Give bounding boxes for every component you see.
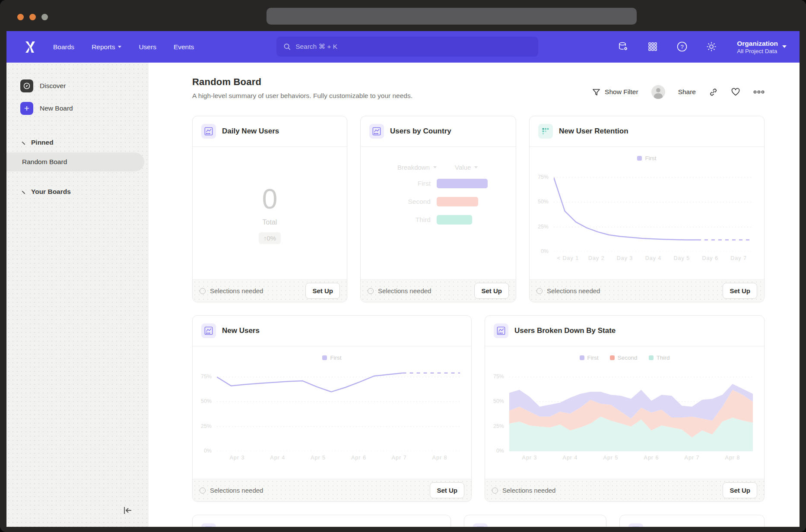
traffic-light-zoom[interactable] [41,14,48,20]
set-up-button[interactable]: Set Up [723,482,757,498]
card-stacked-line-graph: Stacked Line Graph [192,515,451,527]
favorite-button[interactable] [731,88,740,96]
country-bar [437,179,488,188]
y-axis-tick: 75% [201,374,212,380]
legend-item[interactable]: Third [649,355,670,361]
legend-swatch-icon [610,355,615,360]
y-axis-tick: 75% [538,174,549,180]
sidebar-section-your-boards[interactable]: Your Boards [6,184,149,199]
more-options-button[interactable] [753,90,765,94]
new-users-chart: First 75%50%25%0% Apr 3Apr 4Apr 5Apr 6Ap… [193,353,471,461]
nav-item-users[interactable]: Users [139,43,156,51]
nav-item-boards[interactable]: Boards [53,43,74,51]
mixpanel-logo-icon[interactable] [24,40,37,54]
avatar[interactable] [651,85,665,99]
legend-swatch-icon [580,355,584,360]
country-row-label: Second [372,193,437,211]
nav-item-reports[interactable]: Reports [92,43,121,51]
copy-link-button[interactable] [709,88,718,97]
metric-delta-badge: ↑0% [259,232,281,244]
x-axis-tick: Day 5 [667,255,696,261]
card-insights-report: Insights Report [464,515,606,527]
y-axis-tick: 25% [493,423,504,429]
chevron-down-icon [433,166,437,168]
chevron-down-icon [782,45,787,48]
legend-item[interactable]: Second [610,355,638,361]
x-axis-tick: Apr 4 [550,455,590,461]
set-up-button[interactable]: Set Up [430,482,464,498]
help-icon[interactable]: ? [676,41,688,52]
x-axis-tick: Apr 6 [338,455,379,461]
y-axis-tick: 75% [493,374,504,380]
org-switcher[interactable]: Organization All Project Data [737,39,787,54]
y-axis-tick: 0% [541,248,549,254]
nav-right: ? Organization All Project Data [618,39,787,54]
x-axis-tick: Apr 4 [257,455,298,461]
share-button[interactable]: Share [678,88,696,96]
line-chart-icon [473,523,488,527]
set-up-button[interactable]: Set Up [305,283,340,299]
status-circle-icon [536,288,543,294]
card-users-by-country: Users by Country Breakdown Value FirstSe… [360,116,516,302]
data-management-icon[interactable] [618,41,629,52]
status-circle-icon [200,488,206,494]
country-bar [437,215,472,225]
card-active-users: Active Users [619,515,765,527]
set-up-button[interactable]: Set Up [474,283,509,299]
traffic-light-minimize[interactable] [29,14,36,20]
page-title: Random Board [192,76,413,88]
sidebar: Discover + New Board Pinned Random Board… [6,63,149,527]
chevron-down-icon [474,166,478,168]
metric-value: 0 [262,183,278,215]
line-chart-icon [201,323,216,338]
card-new-users: New Users First 75%50%25%0% Apr 3Apr 4Ap… [192,315,472,502]
x-axis-tick: Day 6 [696,255,724,261]
apps-grid-icon[interactable] [647,41,658,52]
chevron-down-icon [22,188,28,194]
x-axis-tick: Apr 5 [298,455,339,461]
traffic-light-close[interactable] [17,14,24,20]
heart-icon [731,88,740,96]
link-icon [709,88,718,97]
sidebar-collapse-button[interactable] [123,506,133,517]
nav-menu: Boards Reports Users Events [53,43,194,51]
sidebar-section-pinned[interactable]: Pinned [6,135,149,150]
y-axis-tick: 25% [538,224,549,230]
legend-swatch-icon [322,355,327,360]
x-axis-tick: Day 4 [639,255,668,261]
x-axis-tick: Apr 8 [712,455,753,461]
legend-item[interactable]: First [580,355,599,361]
line-chart-icon [201,523,216,527]
global-search[interactable] [276,37,538,57]
breakdown-dropdown[interactable]: Breakdown [372,160,437,174]
page-subtitle: A high-level summary of user behaviors. … [192,92,413,100]
line-chart-icon [494,323,508,338]
legend-item[interactable]: First [637,155,656,162]
settings-gear-icon[interactable] [706,41,717,52]
card-title: Insights Report [494,526,548,527]
sidebar-item-discover[interactable]: Discover [11,77,149,95]
sidebar-item-random-board[interactable]: Random Board [6,152,144,171]
top-nav: Boards Reports Users Events [6,31,800,63]
status-circle-icon [200,288,206,294]
filter-funnel-icon [592,88,600,96]
x-axis-tick: Apr 6 [631,455,672,461]
legend-item[interactable]: First [322,355,341,361]
discover-compass-icon [20,79,33,92]
set-up-button[interactable]: Set Up [723,283,757,299]
x-axis-tick: < Day 1 [554,255,582,261]
nav-item-events[interactable]: Events [174,43,194,51]
url-bar[interactable] [267,8,637,25]
chevron-down-icon [22,139,28,145]
y-axis-tick: 50% [493,398,504,404]
x-axis-tick: Day 2 [582,255,611,261]
search-input[interactable] [295,43,531,51]
sidebar-item-new-board[interactable]: + New Board [11,100,149,117]
y-axis-tick: 25% [201,423,212,429]
card-title: Stacked Line Graph [222,526,291,527]
y-axis-tick: 50% [538,199,549,205]
show-filter-button[interactable]: Show Filter [592,88,638,96]
line-chart-icon [369,124,384,139]
value-dropdown[interactable]: Value [437,160,505,174]
metric-label: Total [263,218,277,226]
